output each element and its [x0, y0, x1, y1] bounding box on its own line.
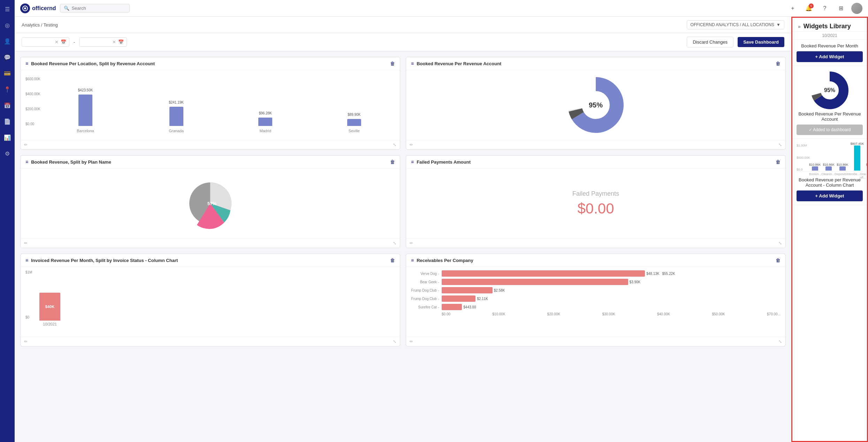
edit-icon[interactable]: ✏	[410, 339, 413, 344]
edit-icon[interactable]: ✏	[24, 339, 28, 344]
avatar[interactable]	[851, 3, 862, 14]
drag-icon[interactable]: ≡	[411, 257, 414, 263]
lib-bar-bookin: $10.86K	[809, 163, 821, 171]
sidebar-analytics-icon[interactable]: 📊	[2, 133, 12, 142]
search-box[interactable]: 🔍	[60, 4, 130, 13]
delete-widget-icon[interactable]: 🗑	[776, 159, 781, 165]
add-button[interactable]: +	[787, 3, 798, 14]
sidebar-location-icon[interactable]: 📍	[2, 84, 12, 94]
drag-icon[interactable]: ≡	[25, 61, 28, 66]
rec-bar-wrap: $443.00	[442, 304, 781, 310]
rec-bar	[442, 304, 462, 310]
edit-icon[interactable]: ✏	[24, 241, 28, 246]
resize-icon[interactable]: ⤡	[393, 142, 396, 147]
page-main: Analytics / Testing OFFICERND ANALYTICS …	[15, 17, 791, 442]
calendar-from-icon[interactable]: 📅	[61, 39, 66, 45]
notification-badge: 5	[809, 3, 814, 8]
lib-donut-container: 95%	[797, 69, 863, 111]
breadcrumb: Analytics / Testing	[22, 22, 58, 28]
lib-bar-oneoff: $10.86K	[866, 163, 868, 171]
dashboard-scroll[interactable]: ≡ Booked Revenue Per Location, Split by …	[15, 51, 791, 442]
bar-x-label: Madrid	[260, 129, 272, 133]
column-chart: $1M $0 $40K 10/2021	[25, 270, 395, 333]
delete-widget-icon[interactable]: 🗑	[390, 159, 395, 165]
resize-icon[interactable]: ⤡	[778, 142, 782, 147]
resize-icon[interactable]: ⤡	[393, 339, 396, 344]
location-select[interactable]: OFFICERND ANALYTICS / ALL LOCATIONS ▼	[687, 20, 784, 29]
date-from-field[interactable]: 10/1/2021	[25, 39, 53, 45]
brand-name: officernd	[32, 5, 56, 12]
discard-button[interactable]: Discard Changes	[687, 37, 733, 47]
bar-value: $423.50K	[78, 88, 93, 92]
resize-icon[interactable]: ⤡	[778, 339, 782, 344]
clear-to-icon[interactable]: ✕	[112, 39, 116, 45]
add-widget-column-button[interactable]: + Add Widget	[797, 190, 863, 201]
library-section-per-month: Booked Revenue Per Month + Add Widget	[792, 40, 867, 66]
save-dashboard-button[interactable]: Save Dashboard	[738, 37, 784, 47]
donut-chart: 95%	[411, 74, 781, 136]
sidebar-chat-icon[interactable]: 💬	[2, 52, 12, 62]
drag-icon[interactable]: ≡	[411, 159, 414, 165]
drag-icon[interactable]: ≡	[25, 257, 28, 263]
col-bar-label: $40K	[45, 305, 54, 309]
sidebar-reports-icon[interactable]: 📄	[2, 117, 12, 126]
edit-icon[interactable]: ✏	[410, 142, 413, 147]
drag-icon[interactable]: ≡	[411, 61, 414, 66]
widget-body: $1M $0 $40K 10/2021	[21, 267, 400, 337]
bar-group-seville: $89.90K Seville	[347, 119, 361, 133]
receivables-chart: Verve Dog - $48.13K $55.22K Bear Geek -	[411, 270, 781, 333]
bar-group-barcelona: $423.50K Barcelona	[77, 95, 94, 133]
library-chevron-icon[interactable]: »	[798, 24, 801, 29]
widget-header: ≡ Booked Revenue, Split by Plan Name 🗑	[21, 156, 400, 168]
widget-title: ≡ Receivables Per Company	[411, 257, 473, 263]
help-button[interactable]: ?	[819, 3, 830, 14]
lib-bar-val: $807.45K	[851, 142, 864, 145]
widget-footer: ✏ ⤡	[21, 337, 400, 346]
sidebar-dashboard-icon[interactable]: ◎	[2, 20, 12, 30]
bar-madrid: $96.28K	[258, 118, 272, 126]
widget-title-text: Failed Payments Amount	[417, 159, 471, 165]
edit-icon[interactable]: ✏	[24, 142, 28, 147]
apps-button[interactable]: ⊞	[835, 3, 846, 14]
resize-icon[interactable]: ⤡	[778, 241, 782, 246]
library-widget-name: Booked Revenue per Revenue Account - Col…	[797, 177, 863, 188]
sidebar-calendar-icon[interactable]: 📅	[2, 100, 12, 110]
edit-icon[interactable]: ✏	[410, 241, 413, 246]
widget-footer: ✏ ⤡	[406, 238, 785, 248]
main-wrap: officernd 🔍 + 🔔 5 ? ⊞ Analytics / Testin…	[15, 0, 868, 442]
sidebar-menu-icon[interactable]: ☰	[2, 4, 12, 14]
drag-icon[interactable]: ≡	[25, 159, 28, 165]
y-label: $200.00K	[25, 107, 40, 111]
widget-footer: ✏ ⤡	[21, 238, 400, 248]
lib-x-label: One-off...	[860, 172, 867, 179]
bar-value: $96.28K	[259, 111, 272, 115]
widget-title: ≡ Invoiced Revenue Per Month, Split by I…	[25, 257, 178, 263]
sidebar-people-icon[interactable]: 👤	[2, 36, 12, 46]
rec-bar-wrap: $48.13K $55.22K	[442, 270, 781, 277]
svg-point-1	[24, 7, 26, 9]
resize-icon[interactable]: ⤡	[393, 241, 396, 246]
rec-bar	[442, 287, 493, 293]
rec-bar-wrap: $2.58K	[442, 287, 781, 293]
widget-footer: ✏ ⤡	[406, 140, 785, 149]
date-to-field[interactable]: 10/31/2021	[82, 39, 110, 45]
sidebar-settings-icon[interactable]: ⚙	[2, 149, 12, 158]
bar-granada: $241.19K	[169, 107, 183, 126]
delete-widget-icon[interactable]: 🗑	[390, 257, 395, 263]
clear-from-icon[interactable]: ✕	[55, 39, 59, 45]
added-to-dashboard-button: ✓ Added to dashboard	[797, 125, 863, 135]
notifications-button[interactable]: 🔔 5	[803, 3, 814, 14]
delete-widget-icon[interactable]: 🗑	[390, 61, 395, 66]
chevron-down-icon: ▼	[776, 22, 781, 27]
sidebar-billing-icon[interactable]: 💳	[2, 68, 12, 78]
widget-header: ≡ Failed Payments Amount 🗑	[406, 156, 785, 168]
calendar-to-icon[interactable]: 📅	[118, 39, 124, 45]
search-input[interactable]	[71, 6, 126, 11]
date-from-input[interactable]: 10/1/2021 ✕ 📅	[22, 37, 69, 47]
delete-widget-icon[interactable]: 🗑	[776, 61, 781, 66]
failed-payments-display: Failed Payments $0.00	[411, 172, 781, 235]
delete-widget-icon[interactable]: 🗑	[776, 257, 781, 263]
date-to-input[interactable]: 10/31/2021 ✕ 📅	[79, 37, 127, 47]
bar-chart-area: $600.00K $400.00K $200.00K $0.00 $	[25, 77, 395, 133]
add-widget-per-month-button[interactable]: + Add Widget	[797, 51, 863, 62]
